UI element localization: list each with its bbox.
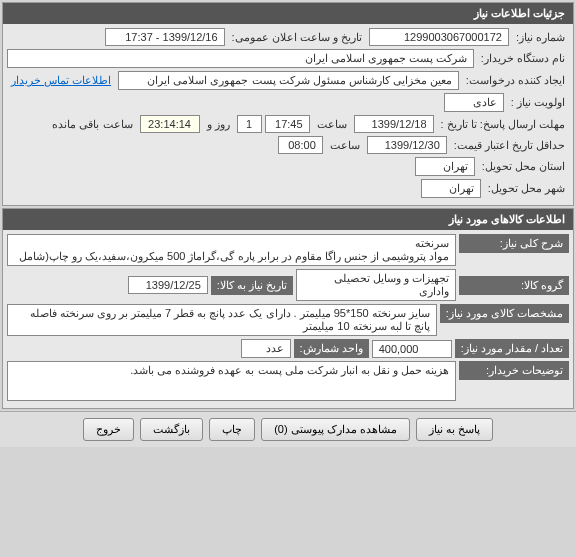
spec-value: سایز سرنخته 150*95 میلیمتر . دارای یک عد… [7, 304, 437, 336]
desc-value: سرنخته مواد پتروشیمی از جنس راگا مقاوم د… [7, 234, 456, 266]
priority-label: اولویت نیاز : [507, 94, 569, 111]
city-value: تهران [421, 179, 481, 198]
deadline-countdown: 23:14:14 [140, 115, 200, 133]
credit-label: حداقل تاریخ اعتبار قیمت: [450, 137, 569, 154]
panel2-title: اطلاعات کالاهای مورد نیاز [3, 209, 573, 230]
deadline-time-label: ساعت [313, 116, 351, 133]
deadline-days: 1 [237, 115, 262, 133]
need-details-panel: جزئیات اطلاعات نیاز شماره نیاز: 12990030… [2, 2, 574, 206]
panel1-title: جزئیات اطلاعات نیاز [3, 3, 573, 24]
city-label: شهر محل تحویل: [484, 180, 569, 197]
group-value: تجهیزات و وسایل تحصیلی واداری [296, 269, 456, 301]
need-date-label: تاریخ نیاز به کالا: [211, 276, 293, 295]
province-value: تهران [415, 157, 475, 176]
respond-button[interactable]: پاسخ به نیاز [416, 418, 493, 441]
back-button[interactable]: بازگشت [140, 418, 203, 441]
creator-label: ایجاد کننده درخواست: [462, 72, 569, 89]
buyer-label: نام دستگاه خریدار: [477, 50, 569, 67]
attachments-button[interactable]: مشاهده مدارک پیوستی (0) [261, 418, 410, 441]
contact-link[interactable]: اطلاعات تماس خریدار [7, 72, 115, 89]
print-button[interactable]: چاپ [209, 418, 255, 441]
qty-label: تعداد / مقدار مورد نیاز: [455, 339, 569, 358]
goods-info-panel: اطلاعات کالاهای مورد نیاز شرح کلی نیاز: … [2, 208, 574, 409]
need-date-value: 1399/12/25 [128, 276, 208, 294]
notes-value: هزینه حمل و نقل به انبار شرکت ملی پست به… [7, 361, 456, 401]
button-row: پاسخ به نیاز مشاهده مدارک پیوستی (0) چاپ… [0, 411, 576, 447]
panel2-body: شرح کلی نیاز: سرنخته مواد پتروشیمی از جن… [3, 230, 573, 408]
spec-label: مشخصات کالای مورد نیاز: [440, 304, 569, 323]
qty-value: 400,000 [372, 340, 452, 358]
credit-time-label: ساعت [326, 137, 364, 154]
priority-value: عادی [444, 93, 504, 112]
announce-value: 1399/12/16 - 17:37 [105, 28, 225, 46]
announce-label: تاریخ و ساعت اعلان عمومی: [228, 29, 366, 46]
deadline-label: مهلت ارسال پاسخ: تا تاریخ : [437, 116, 569, 133]
creator-value: معین مخزایی کارشناس مسئول شرکت پست جمهور… [118, 71, 459, 90]
unit-value: عدد [241, 339, 291, 358]
deadline-date: 1399/12/18 [354, 115, 434, 133]
buyer-value: شرکت پست جمهوری اسلامی ایران [7, 49, 474, 68]
need-number-label: شماره نیاز: [512, 29, 569, 46]
deadline-remain-label: ساعت باقی مانده [48, 116, 136, 133]
need-number-value: 1299003067000172 [369, 28, 509, 46]
deadline-days-label: روز و [203, 116, 234, 133]
unit-label: واحد شمارش: [294, 339, 369, 358]
group-label: گروه کالا: [459, 276, 569, 295]
panel1-body: شماره نیاز: 1299003067000172 تاریخ و ساع… [3, 24, 573, 205]
desc-label: شرح کلی نیاز: [459, 234, 569, 253]
exit-button[interactable]: خروج [83, 418, 134, 441]
notes-label: توضیحات خریدار: [459, 361, 569, 380]
credit-date: 1399/12/30 [367, 136, 447, 154]
province-label: استان محل تحویل: [478, 158, 569, 175]
deadline-time: 17:45 [265, 115, 310, 133]
credit-time: 08:00 [278, 136, 323, 154]
